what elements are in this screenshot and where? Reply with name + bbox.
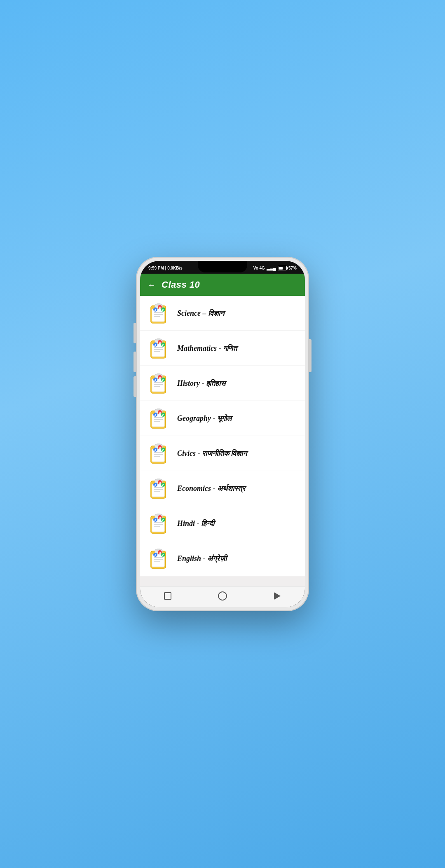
subject-label: English - अंग्रेज़ी [177, 554, 227, 563]
subject-icon: A B C [148, 337, 171, 360]
subject-label: History - इतिहास [177, 379, 225, 388]
phone-frame: 9:59 PM | 0.0KB/s Vo 4G ▂▃▄ 57% ← Class … [136, 257, 309, 611]
svg-text:A: A [154, 344, 156, 347]
svg-text:B: B [159, 341, 161, 344]
svg-text:A: A [154, 379, 156, 382]
battery-icon [278, 266, 287, 270]
nav-home-button[interactable] [217, 591, 228, 601]
svg-text:C: C [162, 484, 164, 487]
battery-fill [279, 267, 283, 270]
subject-label: Hindi - हिन्दी [177, 519, 214, 528]
nav-bar [140, 586, 305, 607]
subject-label: Civics - राजनीतिक विज्ञान [177, 449, 247, 458]
list-item[interactable]: A B C Science – विज्ञान [140, 296, 305, 331]
list-item[interactable]: A B C English - अंग्रेज़ी [140, 541, 305, 576]
svg-text:B: B [159, 306, 161, 309]
nav-back-button[interactable] [272, 591, 283, 601]
svg-text:C: C [162, 414, 164, 417]
svg-text:C: C [162, 449, 164, 452]
subject-label: Economics - अर्थशास्त्र [177, 484, 245, 493]
subject-icon: A B C [148, 302, 171, 325]
screen: 9:59 PM | 0.0KB/s Vo 4G ▂▃▄ 57% ← Class … [140, 261, 305, 607]
notch [198, 261, 247, 272]
list-item[interactable]: A B C History - इतिहास [140, 366, 305, 401]
list-item[interactable]: A B C Economics - अर्थशास्त्र [140, 471, 305, 506]
svg-text:C: C [162, 379, 164, 382]
subject-icon: A B C [148, 407, 171, 430]
svg-text:C: C [162, 309, 164, 312]
svg-text:A: A [154, 519, 156, 522]
battery-percent: 57% [288, 266, 297, 270]
svg-text:B: B [159, 411, 161, 414]
subject-label: Geography - भूगोल [177, 414, 232, 423]
subject-icon: A B C [148, 442, 171, 465]
svg-text:B: B [159, 376, 161, 379]
svg-text:B: B [159, 516, 161, 519]
status-right: Vo 4G ▂▃▄ 57% [253, 266, 297, 270]
page-title: Class 10 [162, 279, 200, 290]
nav-circle-icon [218, 591, 227, 601]
battery-body [278, 266, 287, 270]
svg-text:C: C [162, 519, 164, 522]
nav-square-icon [164, 592, 171, 600]
subject-label: Science – विज्ञान [177, 309, 224, 318]
nav-triangle-icon [274, 592, 281, 600]
svg-text:A: A [154, 414, 156, 417]
status-bar: 9:59 PM | 0.0KB/s Vo 4G ▂▃▄ 57% [140, 261, 305, 274]
empty-space [140, 576, 305, 586]
subject-icon: A B C [148, 512, 171, 535]
svg-text:C: C [162, 554, 164, 557]
svg-text:B: B [159, 446, 161, 449]
svg-text:B: B [159, 481, 161, 484]
svg-text:B: B [159, 551, 161, 554]
subject-icon: A B C [148, 477, 171, 500]
svg-text:A: A [154, 554, 156, 557]
subject-icon: A B C [148, 372, 171, 395]
svg-text:A: A [154, 449, 156, 452]
signal-bars: ▂▃▄ [267, 266, 276, 270]
phone-inner: 9:59 PM | 0.0KB/s Vo 4G ▂▃▄ 57% ← Class … [140, 261, 305, 607]
list-item[interactable]: A B C Civics - राजनीतिक विज्ञान [140, 436, 305, 471]
subject-label: Mathematics - गणित [177, 344, 237, 353]
list-item[interactable]: A B C Geography - भूगोल [140, 401, 305, 436]
svg-text:A: A [154, 309, 156, 312]
list-item[interactable]: A B C Hindi - हिन्दी [140, 506, 305, 541]
subject-list: A B C Science – विज्ञान [140, 296, 305, 586]
svg-text:A: A [154, 484, 156, 487]
back-button[interactable]: ← [148, 280, 156, 290]
network-label: Vo 4G [253, 266, 265, 270]
subject-icon: A B C [148, 547, 171, 570]
app-bar: ← Class 10 [140, 274, 305, 296]
svg-text:C: C [162, 344, 164, 347]
nav-recents-button[interactable] [162, 591, 173, 601]
status-time: 9:59 PM | 0.0KB/s [148, 266, 183, 270]
list-item[interactable]: A B C Mathematics - गणित [140, 331, 305, 366]
